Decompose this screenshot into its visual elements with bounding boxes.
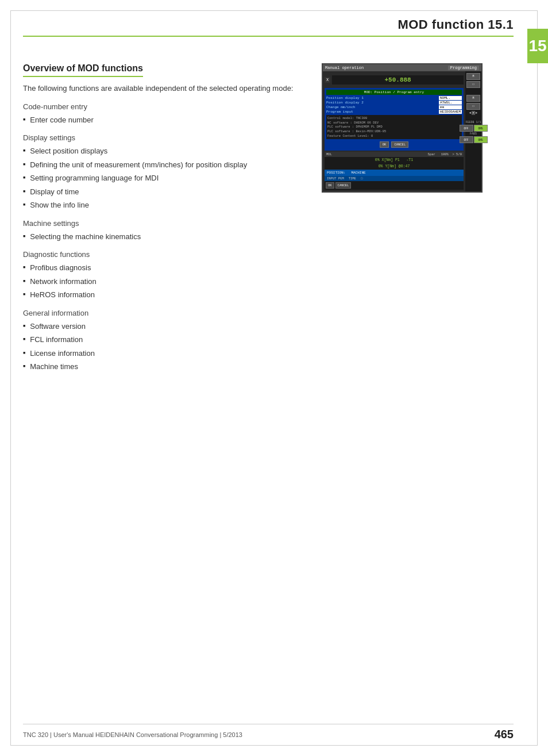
page-border-right xyxy=(537,10,538,746)
cnc-display-value: +50.888 xyxy=(332,75,464,85)
side-arrow-left: ◄ xyxy=(469,111,472,115)
diagnostic-list: Profibus diagnosis Network information H… xyxy=(23,262,304,301)
cnc-modal-value-4: HEIDOSAHEM xyxy=(439,110,462,114)
cnc-info-line-4: PLC software : Bexin-MOV:UDN-05 xyxy=(327,129,461,134)
side-arrow-right: ► xyxy=(476,111,478,115)
feedb-off[interactable]: OFF xyxy=(460,125,473,132)
cnc-left-panel: X +50.888 MOD: Position / Program entry … xyxy=(323,71,465,191)
subsection-label-display: Display settings xyxy=(23,133,304,142)
general-info-list: Software version FCL information License… xyxy=(23,321,304,373)
machine-settings-list: Selecting the machine kinematics xyxy=(23,231,304,243)
side-arrow-box: ▪ xyxy=(472,111,475,115)
cnc-screen: Manual operation Programming X +50.888 M… xyxy=(322,63,483,193)
cnc-time-checkbox: □ xyxy=(361,176,362,181)
list-item: FCL information xyxy=(23,334,304,346)
cnc-input-bar: INPUT PGM TIME □ xyxy=(325,176,464,181)
cnc-position-label: POSITION: xyxy=(327,171,345,175)
cnc-status-bar: MDL Spar 100% > 5/0 xyxy=(325,152,464,157)
cnc-status-info: Spar 100% > 5/0 xyxy=(428,152,462,156)
cnc-body: X +50.888 MOD: Position / Program entry … xyxy=(323,71,481,191)
cnc-modal-row-3: Change mm/inch mm xyxy=(326,105,462,109)
intro-text: The following functions are available in… xyxy=(23,83,304,94)
side-btn-m1[interactable]: M xyxy=(466,73,480,80)
chapter-tab: 15 xyxy=(527,29,548,63)
fabs-on[interactable]: ON% xyxy=(474,136,488,143)
cnc-info-line-3: PLC software : DPHEMOM PL DMD xyxy=(327,125,461,129)
cnc-modal-label-2: Position display 2 xyxy=(326,101,364,105)
text-column: Overview of MOD functions The following … xyxy=(23,63,304,375)
footer-text: TNC 320 | User's Manual HEIDENHAIN Conve… xyxy=(23,731,242,738)
page-footer: TNC 320 | User's Manual HEIDENHAIN Conve… xyxy=(23,724,514,741)
subsection-label-machine: Machine settings xyxy=(23,219,304,228)
cnc-info-line-2: NC software : DHENOM 06 DEV xyxy=(327,121,461,125)
subsection-label-code: Code-number entry xyxy=(23,102,304,111)
cnc-input-pgm: INPUT PGM xyxy=(327,176,344,181)
cnc-modal-title: MOD: Position / Program entry xyxy=(326,90,462,95)
display-settings-list: Select position displays Defining the un… xyxy=(23,145,304,211)
cnc-modal-value-1: NOML. xyxy=(439,96,462,100)
cnc-modal-label-4: Program input xyxy=(326,110,353,114)
cnc-coord-line-2: 0% Y[Nm] @8:47 xyxy=(379,164,410,168)
cnc-cancel-button[interactable]: CANCEL xyxy=(391,141,408,148)
chapter-number: 15 xyxy=(528,37,546,55)
page-header: MOD function 15.1 xyxy=(23,17,514,37)
subsection-label-diagnostic: Diagnostic functions xyxy=(23,250,304,259)
cnc-modal-value-3: mm xyxy=(439,105,462,109)
header-title: MOD function 15.1 xyxy=(398,17,514,32)
list-item: Select position displays xyxy=(23,145,304,157)
feedb-on[interactable]: ON% xyxy=(474,125,488,132)
list-item: Network information xyxy=(23,276,304,287)
fabs-toggle: OFF ON% xyxy=(460,136,488,143)
main-content: Overview of MOD functions The following … xyxy=(23,63,514,375)
cnc-modal-row-4: Program input HEIDOSAHEM xyxy=(326,110,462,114)
subsection-label-general: General information xyxy=(23,309,304,317)
cnc-modal-label-3: Change mm/inch xyxy=(326,105,355,109)
side-toggles: FEEDB 1/1 OFF ON% FABS OFF ON% xyxy=(460,121,488,143)
list-item: License information xyxy=(23,348,304,359)
side-btn-group-1: M □ xyxy=(466,73,480,88)
page-number: 465 xyxy=(495,728,514,741)
cnc-x-label: X xyxy=(325,77,330,83)
cnc-modal-buttons: OK CANCEL xyxy=(326,140,462,149)
screenshot-column: Manual operation Programming X +50.888 M… xyxy=(322,63,514,375)
cnc-coord-line-1: 0% X[Nm] P1 -T1 xyxy=(375,158,413,162)
cnc-coord-display-1: 0% X[Nm] P1 -T1 xyxy=(325,157,464,163)
list-item: Profibus diagnosis xyxy=(23,262,304,274)
cnc-mdl-label: MDL xyxy=(326,152,332,156)
cnc-ok-button[interactable]: OK xyxy=(380,141,389,148)
page-border-left xyxy=(10,10,11,746)
side-btn-box2[interactable]: □ xyxy=(466,103,480,110)
side-arrows: ◄ ▪ ► xyxy=(469,111,478,115)
cnc-info-block: Control model: TNC308 NC software : DHEN… xyxy=(326,115,462,139)
code-entry-list: Enter code number xyxy=(23,114,304,126)
cnc-top-bar-right: Programming xyxy=(448,66,479,70)
cnc-position-bar: POSITION: MACHINE xyxy=(325,170,464,176)
feedb-label: FEEDB 1/1 xyxy=(465,121,481,124)
list-item: Setting programming language for MDI xyxy=(23,172,304,184)
cnc-info-line-5: Feature Content Level: 0 xyxy=(327,134,461,139)
cnc-nav-cancel[interactable]: CANCEL xyxy=(335,182,352,189)
list-item: Show the info line xyxy=(23,199,304,211)
cnc-modal-row-1: Position display 1 NOML. xyxy=(326,96,462,100)
cnc-top-bar-left: Manual operation xyxy=(325,66,364,70)
page-border-top xyxy=(10,10,538,11)
cnc-modal-value-2: ATWSL. xyxy=(439,101,462,105)
section-heading: Overview of MOD functions xyxy=(23,63,143,77)
page-border-bottom xyxy=(10,745,538,746)
cnc-bottom-buttons: OK CANCEL xyxy=(325,181,464,190)
list-item: Machine times xyxy=(23,361,304,373)
list-item: HeROS information xyxy=(23,289,304,301)
fabs-off[interactable]: OFF xyxy=(460,136,473,143)
list-item: Display of time xyxy=(23,186,304,198)
cnc-coord-display-2: 0% Y[Nm] @8:47 xyxy=(325,163,464,170)
list-item: Enter code number xyxy=(23,114,304,126)
side-btn-box[interactable]: □ xyxy=(466,81,480,88)
cnc-info-line-1: Control model: TNC308 xyxy=(327,116,461,121)
cnc-right-panel: M □ M □ ◄ ▪ ► xyxy=(465,71,481,191)
cnc-modal-label-1: Position display 1 xyxy=(326,96,364,100)
side-btn-group-2: M □ ◄ ▪ ► xyxy=(466,95,480,115)
cnc-nav-ok[interactable]: OK xyxy=(326,182,334,189)
feedb-toggle: OFF ON% xyxy=(460,125,488,132)
list-item: Software version xyxy=(23,321,304,332)
side-btn-m2[interactable]: M xyxy=(466,95,480,102)
